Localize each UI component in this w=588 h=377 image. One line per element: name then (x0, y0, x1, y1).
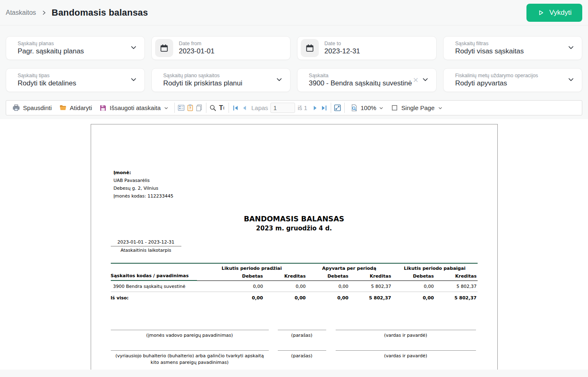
cell-value: 5 802,37 (349, 280, 392, 292)
signature-name-label: (vardas ir pavardė) (336, 350, 476, 366)
group-header: Apyvarta per periodą (307, 263, 392, 271)
single-page-icon (391, 104, 398, 111)
report-title: BANDOMASIS BALANSAS (111, 215, 478, 223)
total-value: 0,00 (307, 292, 349, 304)
chevron-down-icon (130, 44, 137, 53)
open-button[interactable]: Atidaryti (55, 102, 96, 114)
toolbar-divider (344, 103, 345, 113)
filter-value: 3900 - Bendra sąskaitų suvestinė (309, 79, 412, 87)
save-label: Išsaugoti ataskaita (110, 104, 160, 111)
signature-sign-label: (parašas) (278, 330, 326, 339)
fullscreen-icon[interactable] (333, 103, 342, 113)
chevron-down-icon (422, 76, 429, 85)
company-info: Įmonė: UAB Pavasarėlis Debesų g. 2, Viln… (114, 169, 478, 200)
breadcrumb: Ataskaitos Bandomasis balansas (6, 7, 148, 18)
page-label: Lapas (252, 104, 268, 111)
previous-page-icon[interactable] (240, 103, 249, 113)
run-button-label: Vykdyti (549, 9, 572, 17)
filter-label: Sąskaitų planas (18, 41, 127, 46)
filter-saskaitu-filtras[interactable]: Sąskaitų filtras Rodyti visas sąskaitas (443, 36, 582, 60)
parameters-panel-icon[interactable] (177, 103, 186, 113)
signature-row: (įmonės vadovo pareigų pavadinimas) (par… (111, 330, 478, 339)
svg-text:?: ? (189, 106, 191, 110)
table-total-row: Iš viso: 0,00 0,00 0,00 5 802,37 0,00 5 … (111, 292, 478, 304)
filter-saskaitu-plano-saskaitos[interactable]: Sąskaitų plano sąskaitos Rodyti tik pris… (151, 68, 291, 92)
signature-role-label: (vyriausiojo buhalterio (buhalterio) arb… (111, 350, 269, 366)
last-page-icon[interactable] (320, 103, 329, 113)
group-header: Likutis periodo pabaigai (392, 263, 477, 271)
cell-value: 0,00 (307, 280, 349, 292)
account-name: 3900 Bendra sąskaitų suvestinė (111, 280, 197, 292)
page-title: Bandomasis balansas (52, 7, 148, 18)
total-value: 5 802,37 (435, 292, 477, 304)
company-address: Debesų g. 2, Vilnius (114, 184, 478, 192)
report-date: 2023 m. gruodžio 4 d. (111, 225, 478, 232)
chevron-down-icon (379, 106, 384, 110)
chevron-down-icon (438, 106, 443, 110)
printer-icon (12, 104, 20, 112)
filter-fiskaliniu-metu-operacijos[interactable]: Fiskalinių metų uždarymo operacijos Rody… (443, 68, 582, 92)
next-page-icon[interactable] (311, 103, 320, 113)
filter-label: Sąskaita (309, 73, 412, 78)
table-subheader-row: Sąskaitos kodas / pavadinimas Debetas Kr… (111, 271, 478, 280)
total-value: 0,00 (392, 292, 435, 304)
period-label: Ataskaitinis laikotarpis (111, 246, 181, 253)
table-row: 3900 Bendra sąskaitų suvestinė 0,00 0,00… (111, 280, 478, 292)
filter-saskaitu-tipas[interactable]: Sąskaitų tipas Rodyti tik detalines (6, 68, 145, 92)
zoom-control[interactable]: 100% (347, 102, 387, 114)
column-header: Kreditas (264, 271, 307, 280)
signature-section: (įmonės vadovo pareigų pavadinimas) (par… (111, 330, 478, 366)
report-toolbar: Spausdinti Atidaryti Išsaugoti ataskaita (6, 100, 582, 115)
save-icon (99, 104, 107, 112)
column-header: Debetas (197, 271, 264, 280)
zoom-value: 100% (361, 104, 376, 111)
filter-value: Rodyti tik priskirtas planui (163, 79, 272, 87)
balance-table: Likutis periodo pradžiai Apyvarta per pe… (111, 263, 478, 303)
filters-panel: Sąskaitų planas Pagr. sąskaitų planas Da… (6, 36, 582, 92)
period-range: 2023-01-01 - 2023-12-31 (111, 239, 181, 246)
signature-role-label: (įmonės vadovo pareigų pavadinimas) (111, 330, 269, 339)
filter-label: Date from (179, 41, 283, 46)
column-header: Debetas (392, 271, 435, 280)
clear-icon[interactable]: ✕ (413, 76, 419, 85)
table-group-header-row: Likutis periodo pradžiai Apyvarta per pe… (111, 263, 478, 271)
calendar-icon (301, 39, 319, 57)
cell-value: 0,00 (392, 280, 435, 292)
cell-value: 0,00 (197, 280, 264, 292)
total-value: 0,00 (264, 292, 307, 304)
filter-saskaita[interactable]: Sąskaita 3900 - Bendra sąskaitų suvestin… (297, 68, 437, 92)
top-bar: Ataskaitos Bandomasis balansas Vykdyti (0, 0, 588, 25)
breadcrumb-chevron-icon (41, 10, 47, 16)
filter-date-to[interactable]: Date to 2023-12-31 (297, 36, 437, 60)
company-name: UAB Pavasarėlis (114, 177, 478, 184)
print-button[interactable]: Spausdinti (9, 102, 55, 114)
run-button[interactable]: Vykdyti (526, 4, 582, 22)
total-value: 0,00 (197, 292, 264, 304)
column-header: Sąskaitos kodas / pavadinimas (111, 271, 197, 280)
filter-date-from[interactable]: Date from 2023-01-01 (151, 36, 291, 60)
text-search-icon[interactable]: Tɪ (217, 103, 227, 113)
page-count-label: iš 1 (297, 104, 307, 111)
page-mode-control[interactable]: Single Page (387, 102, 446, 114)
chevron-down-icon (567, 44, 574, 53)
clipboard-parameters-icon[interactable]: ? (186, 103, 195, 113)
column-header: Debetas (307, 271, 349, 280)
chevron-down-icon (130, 76, 137, 85)
report-period: 2023-01-01 - 2023-12-31 Ataskaitinis lai… (111, 239, 181, 253)
filter-value: Rodyti tik detalines (18, 79, 127, 87)
chevron-down-icon (164, 106, 169, 110)
filter-saskaitu-planas[interactable]: Sąskaitų planas Pagr. sąskaitų planas (6, 36, 145, 60)
page-number-input[interactable] (270, 103, 295, 113)
company-code: Įmonės kodas: 112233445 (114, 192, 478, 200)
filter-value: Rodyti visas sąskaitas (455, 47, 564, 55)
total-value: 5 802,37 (349, 292, 392, 304)
copy-page-icon[interactable] (195, 103, 204, 113)
search-icon[interactable] (208, 103, 217, 113)
company-heading: Įmonė: (114, 169, 478, 177)
group-header: Likutis periodo pradžiai (197, 263, 307, 271)
breadcrumb-ataskaitos[interactable]: Ataskaitos (6, 9, 36, 16)
cell-value: 5 802,37 (435, 280, 477, 292)
open-label: Atidaryti (70, 104, 92, 111)
first-page-icon[interactable] (231, 103, 240, 113)
save-report-button[interactable]: Išsaugoti ataskaita (96, 102, 172, 114)
